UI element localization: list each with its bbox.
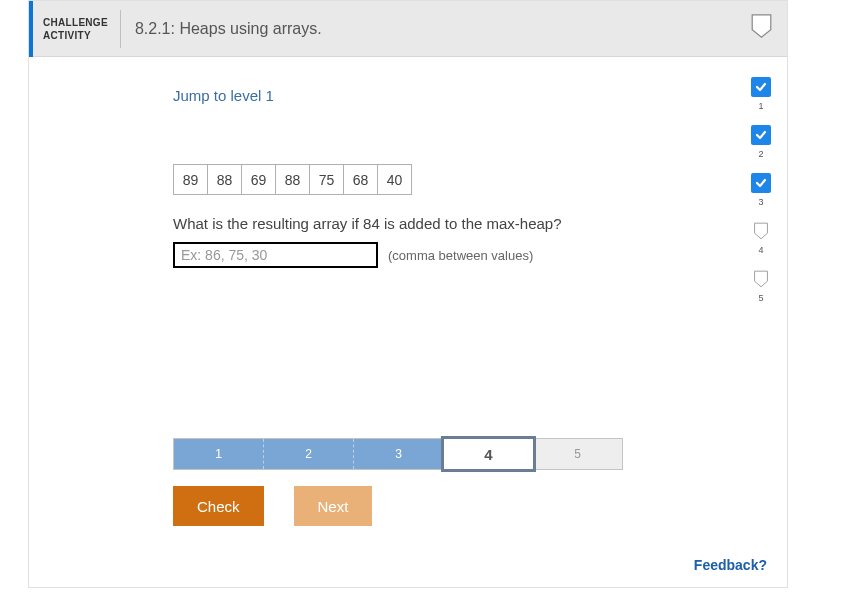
- progress-item[interactable]: 4: [752, 221, 770, 255]
- progress-item[interactable]: 1: [751, 77, 771, 111]
- check-icon: [751, 173, 771, 193]
- feedback-link[interactable]: Feedback?: [694, 557, 767, 573]
- step-1[interactable]: 1: [174, 439, 264, 469]
- check-icon: [751, 125, 771, 145]
- progress-item[interactable]: 3: [751, 173, 771, 207]
- progress-item[interactable]: 2: [751, 125, 771, 159]
- step-indicator: 12345: [173, 438, 623, 470]
- progress-number: 4: [758, 245, 763, 255]
- array-cell: 68: [344, 165, 378, 195]
- array-cell: 88: [208, 165, 242, 195]
- content-area: Jump to level 1 89886988756840 What is t…: [173, 81, 733, 526]
- heap-array-row: 89886988756840: [174, 165, 412, 195]
- header-shield-icon: [750, 13, 773, 39]
- answer-row: (comma between values): [173, 242, 733, 268]
- shield-icon: [752, 269, 770, 289]
- progress-number: 2: [758, 149, 763, 159]
- activity-title: 8.2.1: Heaps using arrays.: [121, 20, 322, 38]
- array-cell: 75: [310, 165, 344, 195]
- card-body: 12345 Jump to level 1 89886988756840 Wha…: [29, 57, 787, 587]
- step-2[interactable]: 2: [264, 439, 354, 469]
- activity-card: CHALLENGE ACTIVITY 8.2.1: Heaps using ar…: [28, 0, 788, 588]
- check-button[interactable]: Check: [173, 486, 264, 526]
- next-button[interactable]: Next: [294, 486, 373, 526]
- check-icon: [751, 77, 771, 97]
- progress-column: 12345: [751, 77, 771, 313]
- jump-to-level-link[interactable]: Jump to level 1: [173, 87, 274, 104]
- progress-number: 1: [758, 101, 763, 111]
- array-cell: 40: [378, 165, 412, 195]
- array-cell: 88: [276, 165, 310, 195]
- step-3[interactable]: 3: [354, 439, 444, 469]
- question-text: What is the resulting array if 84 is add…: [173, 215, 733, 232]
- challenge-activity-label: CHALLENGE ACTIVITY: [33, 10, 121, 48]
- array-cell: 89: [174, 165, 208, 195]
- button-row: Check Next: [173, 486, 733, 526]
- array-cell: 69: [242, 165, 276, 195]
- shield-icon: [752, 221, 770, 241]
- challenge-line1: CHALLENGE: [43, 16, 108, 29]
- progress-number: 3: [758, 197, 763, 207]
- step-5[interactable]: 5: [533, 439, 622, 469]
- answer-hint: (comma between values): [388, 248, 533, 263]
- heap-array-table: 89886988756840: [173, 164, 412, 195]
- card-header: CHALLENGE ACTIVITY 8.2.1: Heaps using ar…: [29, 1, 787, 57]
- step-4[interactable]: 4: [444, 439, 533, 469]
- challenge-line2: ACTIVITY: [43, 29, 108, 42]
- progress-item[interactable]: 5: [752, 269, 770, 303]
- answer-input[interactable]: [173, 242, 378, 268]
- progress-number: 5: [758, 293, 763, 303]
